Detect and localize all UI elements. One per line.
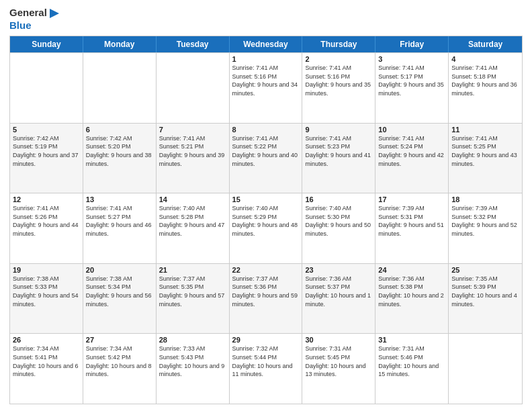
week-row-0: 1Sunrise: 7:41 AM Sunset: 5:16 PM Daylig… xyxy=(10,52,522,123)
day-cell-7: 7Sunrise: 7:41 AM Sunset: 5:21 PM Daylig… xyxy=(157,124,230,193)
logo-blue-text: Blue xyxy=(9,19,32,31)
week-row-4: 26Sunrise: 7:34 AM Sunset: 5:41 PM Dayli… xyxy=(10,333,522,404)
day-cell-11: 11Sunrise: 7:41 AM Sunset: 5:25 PM Dayli… xyxy=(449,124,522,193)
week-row-2: 12Sunrise: 7:41 AM Sunset: 5:26 PM Dayli… xyxy=(10,193,522,263)
logo-general-text: General xyxy=(9,7,47,18)
day-detail: Sunrise: 7:41 AM Sunset: 5:17 PM Dayligh… xyxy=(378,64,445,97)
day-detail: Sunrise: 7:35 AM Sunset: 5:39 PM Dayligh… xyxy=(451,275,519,308)
day-number: 29 xyxy=(232,336,300,344)
page: General Blue SundayMondayTuesdayWednesda… xyxy=(0,0,532,411)
day-cell-4: 4Sunrise: 7:41 AM Sunset: 5:18 PM Daylig… xyxy=(449,53,522,123)
day-detail: Sunrise: 7:39 AM Sunset: 5:31 PM Dayligh… xyxy=(378,204,445,238)
day-cell-17: 17Sunrise: 7:39 AM Sunset: 5:31 PM Dayli… xyxy=(375,193,449,263)
day-cell-5: 5Sunrise: 7:42 AM Sunset: 5:19 PM Daylig… xyxy=(10,124,83,193)
day-number: 26 xyxy=(13,336,80,344)
day-number: 8 xyxy=(232,126,300,134)
day-detail: Sunrise: 7:41 AM Sunset: 5:16 PM Dayligh… xyxy=(305,64,372,97)
week-row-1: 5Sunrise: 7:42 AM Sunset: 5:19 PM Daylig… xyxy=(10,123,522,193)
day-cell-20: 20Sunrise: 7:38 AM Sunset: 5:34 PM Dayli… xyxy=(83,264,157,334)
day-cell-3: 3Sunrise: 7:41 AM Sunset: 5:17 PM Daylig… xyxy=(375,53,449,123)
day-number: 15 xyxy=(232,195,300,203)
day-detail: Sunrise: 7:37 AM Sunset: 5:36 PM Dayligh… xyxy=(232,275,300,308)
day-detail: Sunrise: 7:34 AM Sunset: 5:41 PM Dayligh… xyxy=(13,345,80,378)
day-number: 10 xyxy=(378,126,445,134)
day-detail: Sunrise: 7:36 AM Sunset: 5:37 PM Dayligh… xyxy=(305,275,372,308)
day-detail: Sunrise: 7:41 AM Sunset: 5:18 PM Dayligh… xyxy=(451,64,519,97)
header-day-tuesday: Tuesday xyxy=(157,36,230,52)
day-cell-19: 19Sunrise: 7:38 AM Sunset: 5:33 PM Dayli… xyxy=(10,264,83,334)
day-cell-2: 2Sunrise: 7:41 AM Sunset: 5:16 PM Daylig… xyxy=(302,53,375,123)
day-number: 13 xyxy=(86,195,153,203)
day-detail: Sunrise: 7:36 AM Sunset: 5:38 PM Dayligh… xyxy=(378,275,445,308)
day-cell-9: 9Sunrise: 7:41 AM Sunset: 5:23 PM Daylig… xyxy=(302,124,375,193)
day-cell-10: 10Sunrise: 7:41 AM Sunset: 5:24 PM Dayli… xyxy=(375,124,449,193)
day-cell-24: 24Sunrise: 7:36 AM Sunset: 5:38 PM Dayli… xyxy=(375,264,449,334)
header-day-thursday: Thursday xyxy=(302,36,375,52)
day-cell-25: 25Sunrise: 7:35 AM Sunset: 5:39 PM Dayli… xyxy=(449,264,522,334)
day-detail: Sunrise: 7:39 AM Sunset: 5:32 PM Dayligh… xyxy=(451,204,519,238)
day-cell-15: 15Sunrise: 7:40 AM Sunset: 5:29 PM Dayli… xyxy=(230,193,303,263)
day-cell-12: 12Sunrise: 7:41 AM Sunset: 5:26 PM Dayli… xyxy=(10,193,83,263)
day-number: 6 xyxy=(86,126,153,134)
day-cell-31: 31Sunrise: 7:31 AM Sunset: 5:46 PM Dayli… xyxy=(375,334,449,404)
header-day-friday: Friday xyxy=(375,36,449,52)
day-cell-1: 1Sunrise: 7:41 AM Sunset: 5:16 PM Daylig… xyxy=(230,53,303,123)
day-cell-30: 30Sunrise: 7:31 AM Sunset: 5:45 PM Dayli… xyxy=(302,334,375,404)
day-detail: Sunrise: 7:41 AM Sunset: 5:25 PM Dayligh… xyxy=(451,134,519,168)
calendar-header: SundayMondayTuesdayWednesdayThursdayFrid… xyxy=(10,36,522,52)
day-number: 18 xyxy=(451,195,519,203)
header: General Blue xyxy=(9,7,523,32)
day-number: 1 xyxy=(232,55,300,63)
day-number: 28 xyxy=(159,336,226,344)
header-day-wednesday: Wednesday xyxy=(230,36,303,52)
day-cell-22: 22Sunrise: 7:37 AM Sunset: 5:36 PM Dayli… xyxy=(230,264,303,334)
day-detail: Sunrise: 7:33 AM Sunset: 5:43 PM Dayligh… xyxy=(159,345,226,378)
day-number: 9 xyxy=(305,126,372,134)
day-number: 30 xyxy=(305,336,372,344)
day-detail: Sunrise: 7:38 AM Sunset: 5:33 PM Dayligh… xyxy=(13,275,80,308)
day-cell-14: 14Sunrise: 7:40 AM Sunset: 5:28 PM Dayli… xyxy=(157,193,230,263)
day-detail: Sunrise: 7:41 AM Sunset: 5:21 PM Dayligh… xyxy=(159,134,226,168)
day-number: 24 xyxy=(378,266,445,274)
day-number: 12 xyxy=(13,195,80,203)
day-cell-18: 18Sunrise: 7:39 AM Sunset: 5:32 PM Dayli… xyxy=(449,193,522,263)
day-detail: Sunrise: 7:41 AM Sunset: 5:23 PM Dayligh… xyxy=(305,134,372,168)
day-cell-13: 13Sunrise: 7:41 AM Sunset: 5:27 PM Dayli… xyxy=(83,193,157,263)
day-number: 31 xyxy=(378,336,445,344)
header-day-sunday: Sunday xyxy=(10,36,83,52)
day-number: 16 xyxy=(305,195,372,203)
header-day-saturday: Saturday xyxy=(449,36,522,52)
day-detail: Sunrise: 7:37 AM Sunset: 5:35 PM Dayligh… xyxy=(159,275,226,308)
day-cell-16: 16Sunrise: 7:40 AM Sunset: 5:30 PM Dayli… xyxy=(302,193,375,263)
empty-cell xyxy=(157,53,230,123)
day-number: 20 xyxy=(86,266,153,274)
day-number: 11 xyxy=(451,126,519,134)
day-number: 21 xyxy=(159,266,226,274)
day-number: 4 xyxy=(451,55,519,63)
day-cell-6: 6Sunrise: 7:42 AM Sunset: 5:20 PM Daylig… xyxy=(83,124,157,193)
day-number: 14 xyxy=(159,195,226,203)
day-cell-28: 28Sunrise: 7:33 AM Sunset: 5:43 PM Dayli… xyxy=(157,334,230,404)
day-detail: Sunrise: 7:32 AM Sunset: 5:44 PM Dayligh… xyxy=(232,345,300,378)
day-number: 5 xyxy=(13,126,80,134)
day-detail: Sunrise: 7:34 AM Sunset: 5:42 PM Dayligh… xyxy=(86,345,153,378)
day-number: 17 xyxy=(378,195,445,203)
calendar: SundayMondayTuesdayWednesdayThursdayFrid… xyxy=(9,36,523,404)
day-number: 7 xyxy=(159,126,226,134)
day-detail: Sunrise: 7:38 AM Sunset: 5:34 PM Dayligh… xyxy=(86,275,153,308)
day-detail: Sunrise: 7:40 AM Sunset: 5:30 PM Dayligh… xyxy=(305,204,372,238)
header-day-monday: Monday xyxy=(83,36,157,52)
day-cell-27: 27Sunrise: 7:34 AM Sunset: 5:42 PM Dayli… xyxy=(83,334,157,404)
day-detail: Sunrise: 7:41 AM Sunset: 5:16 PM Dayligh… xyxy=(232,64,300,97)
day-detail: Sunrise: 7:40 AM Sunset: 5:29 PM Dayligh… xyxy=(232,204,300,238)
day-detail: Sunrise: 7:42 AM Sunset: 5:20 PM Dayligh… xyxy=(86,134,153,168)
empty-cell xyxy=(449,334,522,404)
day-detail: Sunrise: 7:42 AM Sunset: 5:19 PM Dayligh… xyxy=(13,134,80,168)
day-number: 19 xyxy=(13,266,80,274)
logo: General Blue xyxy=(9,7,60,32)
day-cell-26: 26Sunrise: 7:34 AM Sunset: 5:41 PM Dayli… xyxy=(10,334,83,404)
day-number: 3 xyxy=(378,55,445,63)
day-number: 22 xyxy=(232,266,300,274)
day-cell-8: 8Sunrise: 7:41 AM Sunset: 5:22 PM Daylig… xyxy=(230,124,303,193)
empty-cell xyxy=(10,53,83,123)
